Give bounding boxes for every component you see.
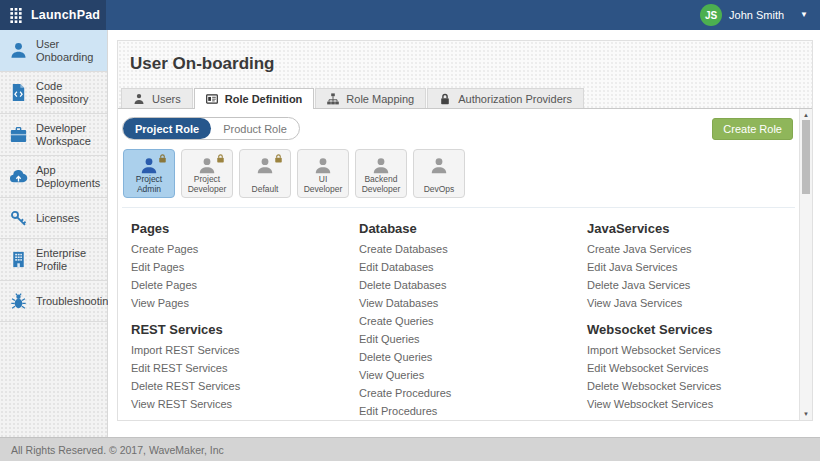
sidebar-item-label: User Onboarding xyxy=(36,38,104,63)
permission-item: Edit Databases xyxy=(359,262,587,273)
product-role-toggle[interactable]: Product Role xyxy=(211,118,299,139)
user-menu[interactable]: JS John Smith ▼ xyxy=(700,4,808,26)
scroll-down-icon[interactable]: ▼ xyxy=(800,410,812,418)
copyright-text: All Rights Reserved. © 2017, WaveMaker, … xyxy=(11,444,224,456)
sidebar-item-enterprise-profile[interactable]: Enterprise Profile xyxy=(0,239,107,281)
key-icon xyxy=(9,209,28,228)
role-person-icon xyxy=(428,157,450,174)
tab-label: Role Mapping xyxy=(346,93,414,105)
permission-item: Create Databases xyxy=(359,244,587,255)
sidebar-item-app-deployments[interactable]: App Deployments xyxy=(0,156,107,198)
footer: All Rights Reserved. © 2017, WaveMaker, … xyxy=(0,437,820,461)
user-icon xyxy=(133,93,145,105)
permission-item: Delete Java Services xyxy=(587,280,795,291)
tab-role-mapping[interactable]: Role Mapping xyxy=(315,88,426,108)
sidebar-item-label: Developer Workspace xyxy=(36,122,104,147)
role-card-label: Default xyxy=(252,185,279,195)
sidebar-item-label: Troubleshooting xyxy=(36,295,114,308)
chevron-down-icon[interactable]: ▼ xyxy=(800,11,808,19)
tabbar: Users Role Definition xyxy=(118,87,812,109)
role-card-label: Backend Developer xyxy=(358,175,404,194)
vertical-scrollbar[interactable]: ▲ ▼ xyxy=(799,109,812,420)
section-title: Pages xyxy=(131,221,359,236)
sidebar-item-developer-workspace[interactable]: Developer Workspace xyxy=(0,114,107,156)
permission-item: Create Java Services xyxy=(587,244,795,255)
tab-authorization-providers[interactable]: Authorization Providers xyxy=(427,88,584,108)
role-person-icon xyxy=(254,157,276,174)
permission-item: Import Websocket Services xyxy=(587,345,795,356)
role-card-label: UI Developer xyxy=(300,175,346,194)
permission-item: Edit Java Services xyxy=(587,262,795,273)
sidebar-item-user-onboarding[interactable]: User Onboarding xyxy=(0,30,107,72)
role-person-icon xyxy=(138,157,160,174)
bug-icon xyxy=(9,292,28,311)
permission-item: Delete Queries xyxy=(359,352,587,363)
permission-item: View Queries xyxy=(359,370,587,381)
permission-item: Delete Databases xyxy=(359,280,587,291)
page-title: User On-boarding xyxy=(118,41,812,87)
scrollbar-thumb[interactable] xyxy=(802,120,810,194)
role-person-icon xyxy=(370,157,392,174)
permission-item: View Websocket Services xyxy=(587,399,795,410)
permission-item: View REST Services xyxy=(131,399,359,410)
permission-item: Import REST Services xyxy=(131,345,359,356)
role-toolbar: Project Role Product Role Create Role xyxy=(122,114,795,147)
sidebar-item-label: Code Repository xyxy=(36,80,104,105)
permission-item: Delete Websocket Services xyxy=(587,381,795,392)
briefcase-icon xyxy=(9,125,28,144)
app-window: LaunchPad JS John Smith ▼ User Onboardin… xyxy=(0,0,820,461)
role-card-backend-developer[interactable]: Backend Developer xyxy=(355,149,407,198)
permission-item: Edit Websocket Services xyxy=(587,363,795,374)
permission-item: Create Queries xyxy=(359,316,587,327)
role-definition-content: Project Role Product Role Create Role xyxy=(118,109,812,420)
lock-icon xyxy=(216,154,225,163)
permission-item: View Java Services xyxy=(587,298,795,309)
role-card-label: DevOps xyxy=(424,185,455,195)
tab-label: Users xyxy=(152,93,181,105)
avatar[interactable]: JS xyxy=(700,4,722,26)
permission-item: Create Pages xyxy=(131,244,359,255)
apps-grid-icon[interactable] xyxy=(10,8,22,23)
permission-item: View Databases xyxy=(359,298,587,309)
id-card-icon xyxy=(206,93,218,105)
role-card-project-admin[interactable]: Project Admin xyxy=(123,149,175,198)
brand: LaunchPad xyxy=(0,0,106,30)
role-card-label: Project Developer xyxy=(184,175,230,194)
main-area: User On-boarding Users xyxy=(108,30,820,437)
role-card-label: Project Admin xyxy=(126,175,172,194)
project-role-toggle[interactable]: Project Role xyxy=(123,118,211,139)
role-card-project-developer[interactable]: Project Developer xyxy=(181,149,233,198)
user-onboarding-panel: User On-boarding Users xyxy=(117,40,813,421)
scroll-up-icon[interactable]: ▲ xyxy=(800,111,812,119)
sidebar-item-label: Licenses xyxy=(36,212,79,225)
topbar: LaunchPad JS John Smith ▼ xyxy=(0,0,820,30)
tab-role-definition[interactable]: Role Definition xyxy=(194,88,315,109)
role-card-default[interactable]: Default xyxy=(239,149,291,198)
permission-item: View Pages xyxy=(131,298,359,309)
sidebar-item-troubleshooting[interactable]: Troubleshooting xyxy=(0,281,107,322)
user-icon xyxy=(9,41,28,60)
sidebar-item-code-repository[interactable]: Code Repository xyxy=(0,72,107,114)
building-icon xyxy=(9,250,28,269)
layout: User Onboarding Code Repository Develope… xyxy=(0,30,820,437)
role-card-devops[interactable]: DevOps xyxy=(413,149,465,198)
code-file-icon xyxy=(9,83,28,102)
permission-column-1: Pages Create Pages Edit Pages Delete Pag… xyxy=(131,208,359,420)
section-title: JavaServices xyxy=(587,221,795,236)
sidebar-item-licenses[interactable]: Licenses xyxy=(0,198,107,239)
sitemap-icon xyxy=(327,93,339,105)
create-role-button[interactable]: Create Role xyxy=(712,118,793,140)
cloud-upload-icon xyxy=(9,167,28,186)
role-person-icon xyxy=(196,157,218,174)
topbar-right: JS John Smith ▼ xyxy=(106,0,820,30)
section-title: REST Services xyxy=(131,322,359,337)
lock-icon xyxy=(158,154,167,163)
permission-column-3: JavaServices Create Java Services Edit J… xyxy=(587,208,795,420)
sidebar: User Onboarding Code Repository Develope… xyxy=(0,30,108,437)
permission-column-2: Database Create Databases Edit Databases… xyxy=(359,208,587,420)
tab-users[interactable]: Users xyxy=(121,88,193,108)
role-card-ui-developer[interactable]: UI Developer xyxy=(297,149,349,198)
permission-item: Edit REST Services xyxy=(131,363,359,374)
permission-item: Create Procedures xyxy=(359,388,587,399)
permission-item: Delete Pages xyxy=(131,280,359,291)
